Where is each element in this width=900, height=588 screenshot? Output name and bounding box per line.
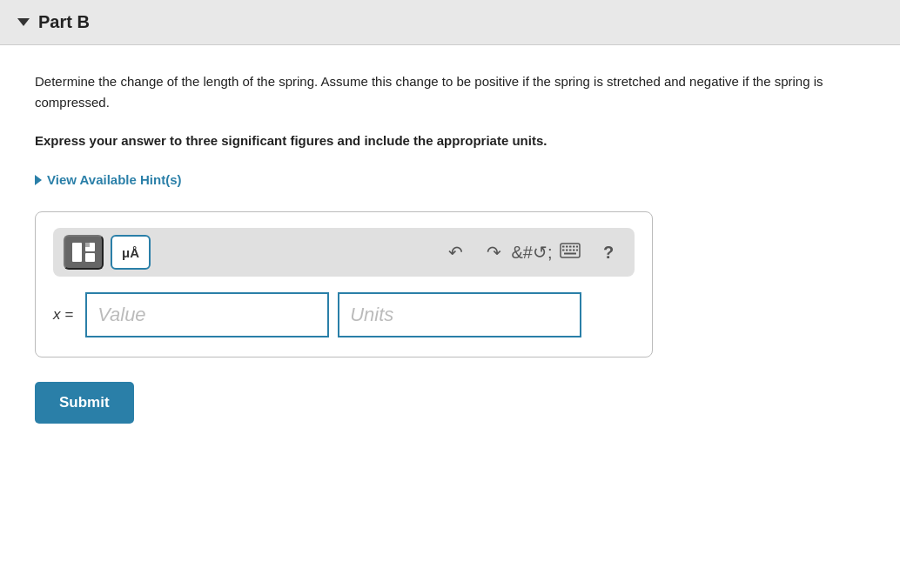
svg-rect-0: [72, 243, 82, 262]
hint-link-label: View Available Hint(s): [47, 172, 182, 187]
chevron-right-icon: [35, 175, 42, 185]
part-title: Part B: [38, 12, 90, 32]
matrix-icon: [71, 241, 96, 264]
help-icon: ?: [603, 243, 614, 263]
part-header: Part B: [0, 0, 900, 45]
answer-box: μÅ ↶ ↷ &#↺;: [35, 211, 653, 357]
svg-rect-2: [85, 253, 95, 262]
undo-button[interactable]: ↶: [440, 237, 471, 268]
help-button[interactable]: ?: [593, 237, 624, 268]
redo-icon: ↷: [487, 242, 501, 263]
redo-button[interactable]: ↷: [478, 237, 509, 268]
units-input[interactable]: [338, 292, 581, 337]
instructions-text: Express your answer to three significant…: [35, 130, 865, 151]
undo-icon: ↶: [448, 242, 463, 263]
svg-rect-14: [573, 249, 575, 251]
svg-rect-15: [576, 249, 578, 251]
svg-rect-12: [566, 249, 568, 251]
main-content: Determine the change of the length of th…: [0, 45, 900, 588]
refresh-icon: &#↺;: [511, 242, 552, 263]
mu-label: μÅ: [122, 245, 139, 260]
svg-rect-3: [85, 243, 90, 247]
matrix-button[interactable]: [64, 235, 104, 270]
toolbar: μÅ ↶ ↷ &#↺;: [53, 228, 635, 277]
svg-rect-6: [562, 245, 565, 247]
svg-rect-7: [566, 245, 568, 247]
input-row: x =: [53, 292, 635, 337]
chevron-down-icon[interactable]: [17, 18, 30, 26]
svg-rect-9: [573, 245, 575, 247]
mu-button[interactable]: μÅ: [111, 235, 151, 270]
refresh-button[interactable]: &#↺;: [516, 237, 547, 268]
svg-rect-16: [564, 252, 576, 254]
submit-button[interactable]: Submit: [35, 382, 134, 424]
svg-rect-10: [576, 245, 578, 247]
description-text: Determine the change of the length of th…: [35, 71, 865, 113]
value-input[interactable]: [85, 292, 329, 337]
svg-rect-11: [562, 249, 565, 251]
svg-rect-8: [569, 245, 572, 247]
hint-link[interactable]: View Available Hint(s): [35, 172, 865, 187]
keyboard-button[interactable]: [554, 237, 586, 268]
keyboard-icon: [560, 243, 581, 263]
svg-rect-13: [569, 249, 572, 251]
x-equals-label: x =: [53, 306, 73, 324]
